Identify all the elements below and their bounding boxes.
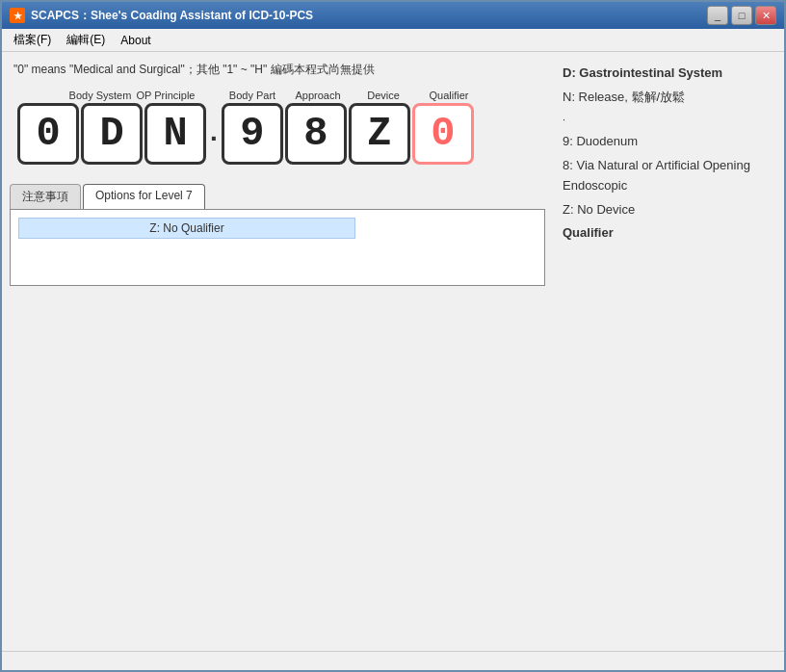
right-line-1: D: Gastrointestinal System (563, 64, 769, 84)
minimize-button[interactable]: _ (707, 6, 728, 25)
label-approach: Approach (285, 90, 351, 101)
close-button[interactable]: ✕ (755, 6, 776, 25)
menu-file[interactable]: 檔案(F) (6, 30, 59, 50)
option-item-z-no-qualifier[interactable]: Z: No Qualifier (18, 218, 355, 239)
tab-content: Z: No Qualifier (10, 209, 545, 286)
code-box-8[interactable]: 8 (285, 103, 347, 165)
dot-separator: . (208, 116, 220, 147)
tabs-area: 注意事項 Options for Level 7 Z: No Qualifier (10, 184, 545, 286)
right-line-2b: · (563, 112, 769, 129)
code-box-n[interactable]: N (144, 103, 206, 165)
right-panel: D: Gastrointestinal System N: Release, 鬆… (555, 60, 776, 643)
right-line-5: Z: No Device (563, 200, 769, 220)
label-op-principle: OP Principle (133, 90, 198, 101)
right-line-3: 9: Duodenum (563, 132, 769, 152)
labels-row: Body System OP Principle Body Part Appro… (17, 90, 482, 101)
code-box-z[interactable]: Z (349, 103, 410, 165)
label-body-system: Body System (67, 90, 133, 101)
code-box-0[interactable]: 0 (17, 103, 79, 165)
right-line-6: Qualifier (563, 223, 769, 244)
menu-bar: 檔案(F) 編輯(E) About (2, 29, 784, 52)
tab-notes[interactable]: 注意事項 (10, 184, 81, 209)
code-box-9[interactable]: 9 (222, 103, 283, 165)
main-content: "0" means "Medical and Surgical"；其他 "1" … (2, 52, 784, 651)
title-bar-buttons: _ □ ✕ (707, 6, 776, 25)
bottom-spacer (10, 292, 545, 643)
tab-options[interactable]: Options for Level 7 (83, 184, 205, 209)
menu-edit[interactable]: 編輯(E) (59, 30, 113, 50)
code-box-d[interactable]: D (81, 103, 143, 165)
title-bar-left: ★ SCAPCS：Shee's Coading Assistant of ICD… (10, 8, 313, 24)
status-bar (2, 651, 784, 670)
label-device: Device (351, 90, 416, 101)
left-panel: "0" means "Medical and Surgical"；其他 "1" … (10, 60, 545, 643)
maximize-button[interactable]: □ (731, 6, 752, 25)
window-title: SCAPCS：Shee's Coading Assistant of ICD-1… (31, 8, 313, 24)
main-window: ★ SCAPCS：Shee's Coading Assistant of ICD… (0, 0, 786, 672)
right-line-2: N: Release, 鬆解/放鬆 (563, 88, 769, 108)
title-bar: ★ SCAPCS：Shee's Coading Assistant of ICD… (2, 2, 784, 29)
code-boxes-row: 0 D N . 9 8 Z 0 (17, 103, 474, 165)
info-text: "0" means "Medical and Surgical"；其他 "1" … (10, 60, 545, 80)
app-icon: ★ (10, 8, 25, 23)
label-qualifier: Qualifier (416, 90, 482, 101)
code-area: Body System OP Principle Body Part Appro… (10, 86, 545, 168)
menu-about[interactable]: About (113, 32, 158, 49)
code-box-qualifier[interactable]: 0 (412, 103, 474, 165)
right-line-4: 8: Via Natural or Artificial Opening End… (563, 156, 769, 196)
label-body-part: Body Part (220, 90, 285, 101)
tabs-row: 注意事項 Options for Level 7 (10, 184, 545, 209)
